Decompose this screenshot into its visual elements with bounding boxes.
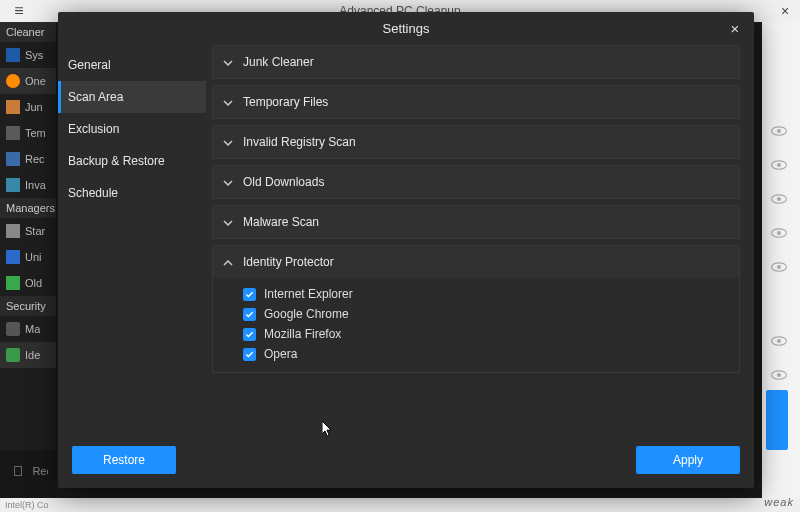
section-title: Junk Cleaner bbox=[243, 55, 314, 69]
section-header[interactable]: Temporary Files bbox=[213, 86, 739, 118]
svg-point-3 bbox=[777, 163, 781, 167]
section-junk-cleaner: Junk Cleaner bbox=[212, 45, 740, 79]
bg-nav-item[interactable]: One bbox=[25, 75, 46, 87]
bg-nav-item[interactable]: Uni bbox=[25, 251, 42, 263]
section-title: Malware Scan bbox=[243, 215, 319, 229]
section-title: Invalid Registry Scan bbox=[243, 135, 356, 149]
bg-nav-item[interactable]: Old bbox=[25, 277, 42, 289]
bg-nav-item[interactable]: Ide bbox=[25, 349, 40, 361]
bg-nav-item[interactable]: Tem bbox=[25, 127, 46, 139]
close-icon[interactable]: × bbox=[726, 20, 744, 38]
svg-point-7 bbox=[777, 231, 781, 235]
sidebar-item-exclusion[interactable]: Exclusion bbox=[58, 113, 206, 145]
sidebar-item-scan-area[interactable]: Scan Area bbox=[58, 81, 206, 113]
option-label: Internet Explorer bbox=[264, 287, 353, 301]
status-text: Intel(R) Co bbox=[5, 500, 49, 510]
registry-icon bbox=[6, 178, 20, 192]
bg-close-icon[interactable]: × bbox=[770, 0, 800, 22]
startup-icon bbox=[6, 224, 20, 238]
sidebar-item-general[interactable]: General bbox=[58, 49, 206, 81]
eye-icon[interactable] bbox=[770, 122, 788, 132]
monitor-icon bbox=[6, 48, 20, 62]
option-internet-explorer[interactable]: Internet Explorer bbox=[243, 284, 729, 304]
bg-nav-hdr-security: Security bbox=[0, 296, 56, 316]
svg-point-11 bbox=[777, 339, 781, 343]
hamburger-icon[interactable]: ≡ bbox=[0, 0, 38, 22]
eye-icon[interactable] bbox=[770, 190, 788, 200]
sidebar-item-schedule[interactable]: Schedule bbox=[58, 177, 206, 209]
svg-point-13 bbox=[777, 373, 781, 377]
sidebar-item-backup-restore[interactable]: Backup & Restore bbox=[58, 145, 206, 177]
bg-nav-hdr-cleaner: Cleaner bbox=[0, 22, 56, 42]
eye-icon[interactable] bbox=[770, 258, 788, 268]
svg-point-9 bbox=[777, 265, 781, 269]
chevron-down-icon bbox=[223, 97, 233, 107]
checkbox-checked[interactable] bbox=[243, 288, 256, 301]
download-icon bbox=[6, 276, 20, 290]
chevron-down-icon bbox=[223, 177, 233, 187]
bg-left-nav: Cleaner Sys One Jun Tem Rec Inva Manager… bbox=[0, 22, 56, 498]
section-malware-scan: Malware Scan bbox=[212, 205, 740, 239]
restore-button[interactable]: Restore bbox=[72, 446, 176, 474]
bg-nav-item[interactable]: Ma bbox=[25, 323, 40, 335]
section-identity-protector: Identity Protector Internet Explorer Goo… bbox=[212, 245, 740, 373]
section-temporary-files: Temporary Files bbox=[212, 85, 740, 119]
rec-checkbox[interactable] bbox=[14, 466, 22, 476]
bg-blue-button[interactable] bbox=[766, 390, 788, 450]
watermark: weak bbox=[764, 496, 794, 508]
section-header[interactable]: Malware Scan bbox=[213, 206, 739, 238]
option-label: Google Chrome bbox=[264, 307, 349, 321]
modal-title-bar: Settings × bbox=[58, 12, 754, 45]
shield-icon bbox=[6, 322, 20, 336]
chevron-up-icon bbox=[223, 257, 233, 267]
section-title: Old Downloads bbox=[243, 175, 324, 189]
checkbox-checked[interactable] bbox=[243, 308, 256, 321]
section-header[interactable]: Old Downloads bbox=[213, 166, 739, 198]
status-bar: Intel(R) Co bbox=[0, 498, 800, 512]
checkbox-checked[interactable] bbox=[243, 348, 256, 361]
section-title: Temporary Files bbox=[243, 95, 328, 109]
apply-button[interactable]: Apply bbox=[636, 446, 740, 474]
temp-icon bbox=[6, 126, 20, 140]
section-body: Internet Explorer Google Chrome Mozilla … bbox=[213, 278, 739, 372]
section-title: Identity Protector bbox=[243, 255, 334, 269]
bg-nav-item[interactable]: Inva bbox=[25, 179, 46, 191]
eye-icon[interactable] bbox=[770, 332, 788, 342]
settings-main: Junk Cleaner Temporary Files Invalid Reg… bbox=[206, 45, 754, 436]
junk-icon bbox=[6, 100, 20, 114]
bg-nav-item[interactable]: Rec bbox=[25, 153, 45, 165]
section-header[interactable]: Invalid Registry Scan bbox=[213, 126, 739, 158]
settings-modal: Settings × General Scan Area Exclusion B… bbox=[58, 12, 754, 488]
eye-icon[interactable] bbox=[770, 224, 788, 234]
checkbox-checked[interactable] bbox=[243, 328, 256, 341]
bg-nav-hdr-managers: Managers bbox=[0, 198, 56, 218]
recycle-icon bbox=[6, 152, 20, 166]
modal-title: Settings bbox=[383, 21, 430, 36]
chevron-down-icon bbox=[223, 57, 233, 67]
settings-sidebar: General Scan Area Exclusion Backup & Res… bbox=[58, 45, 206, 436]
bg-nav-item[interactable]: Jun bbox=[25, 101, 43, 113]
eye-icon[interactable] bbox=[770, 156, 788, 166]
option-google-chrome[interactable]: Google Chrome bbox=[243, 304, 729, 324]
section-old-downloads: Old Downloads bbox=[212, 165, 740, 199]
bg-rec-block: Rec bbox=[0, 450, 56, 498]
option-label: Mozilla Firefox bbox=[264, 327, 341, 341]
svg-point-5 bbox=[777, 197, 781, 201]
eye-icon[interactable] bbox=[770, 366, 788, 376]
section-header[interactable]: Junk Cleaner bbox=[213, 46, 739, 78]
chevron-down-icon bbox=[223, 217, 233, 227]
option-opera[interactable]: Opera bbox=[243, 344, 729, 364]
section-header[interactable]: Identity Protector bbox=[213, 246, 739, 278]
bg-right-pane bbox=[762, 22, 800, 498]
option-mozilla-firefox[interactable]: Mozilla Firefox bbox=[243, 324, 729, 344]
chevron-down-icon bbox=[223, 137, 233, 147]
identity-icon bbox=[6, 348, 20, 362]
bg-nav-item[interactable]: Sys bbox=[25, 49, 43, 61]
bg-nav-item[interactable]: Star bbox=[25, 225, 45, 237]
section-invalid-registry: Invalid Registry Scan bbox=[212, 125, 740, 159]
uninstall-icon bbox=[6, 250, 20, 264]
broom-icon bbox=[6, 74, 20, 88]
option-label: Opera bbox=[264, 347, 297, 361]
bg-rec-label: Rec bbox=[32, 465, 48, 477]
svg-point-1 bbox=[777, 129, 781, 133]
